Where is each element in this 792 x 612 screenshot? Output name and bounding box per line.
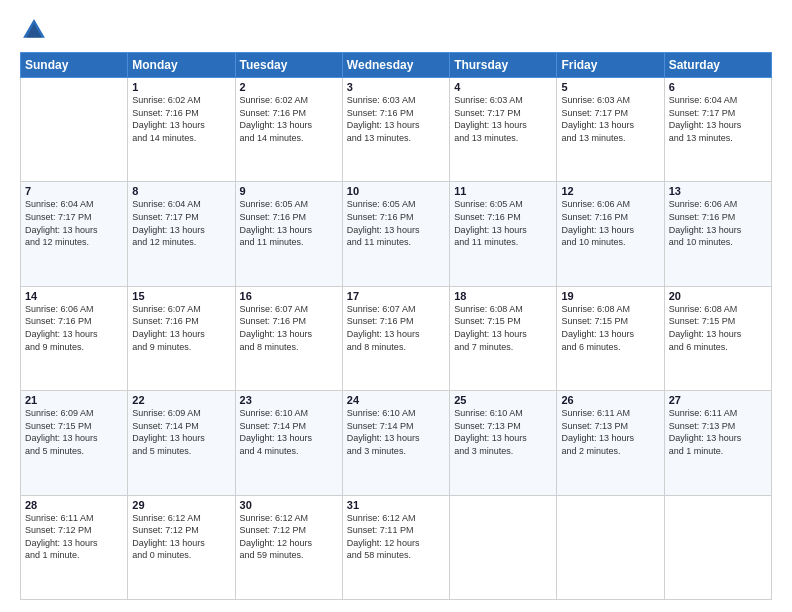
calendar-header-row: SundayMondayTuesdayWednesdayThursdayFrid… [21,53,772,78]
day-number: 15 [132,290,230,302]
calendar-cell: 30Sunrise: 6:12 AM Sunset: 7:12 PM Dayli… [235,495,342,599]
day-info: Sunrise: 6:08 AM Sunset: 7:15 PM Dayligh… [454,303,552,353]
day-number: 21 [25,394,123,406]
calendar-cell: 28Sunrise: 6:11 AM Sunset: 7:12 PM Dayli… [21,495,128,599]
day-number: 19 [561,290,659,302]
day-info: Sunrise: 6:11 AM Sunset: 7:13 PM Dayligh… [669,407,767,457]
calendar-cell: 27Sunrise: 6:11 AM Sunset: 7:13 PM Dayli… [664,391,771,495]
day-info: Sunrise: 6:05 AM Sunset: 7:16 PM Dayligh… [347,198,445,248]
day-info: Sunrise: 6:02 AM Sunset: 7:16 PM Dayligh… [240,94,338,144]
calendar-cell: 14Sunrise: 6:06 AM Sunset: 7:16 PM Dayli… [21,286,128,390]
day-number: 2 [240,81,338,93]
calendar-cell [557,495,664,599]
day-number: 25 [454,394,552,406]
calendar-header-wednesday: Wednesday [342,53,449,78]
calendar-cell: 26Sunrise: 6:11 AM Sunset: 7:13 PM Dayli… [557,391,664,495]
calendar-cell: 11Sunrise: 6:05 AM Sunset: 7:16 PM Dayli… [450,182,557,286]
calendar-header-monday: Monday [128,53,235,78]
day-info: Sunrise: 6:06 AM Sunset: 7:16 PM Dayligh… [25,303,123,353]
day-info: Sunrise: 6:03 AM Sunset: 7:17 PM Dayligh… [454,94,552,144]
day-info: Sunrise: 6:06 AM Sunset: 7:16 PM Dayligh… [669,198,767,248]
day-info: Sunrise: 6:07 AM Sunset: 7:16 PM Dayligh… [240,303,338,353]
calendar-week-row: 7Sunrise: 6:04 AM Sunset: 7:17 PM Daylig… [21,182,772,286]
calendar-cell: 25Sunrise: 6:10 AM Sunset: 7:13 PM Dayli… [450,391,557,495]
day-info: Sunrise: 6:07 AM Sunset: 7:16 PM Dayligh… [132,303,230,353]
day-number: 20 [669,290,767,302]
calendar-week-row: 21Sunrise: 6:09 AM Sunset: 7:15 PM Dayli… [21,391,772,495]
day-number: 27 [669,394,767,406]
day-number: 3 [347,81,445,93]
day-info: Sunrise: 6:12 AM Sunset: 7:12 PM Dayligh… [240,512,338,562]
day-number: 30 [240,499,338,511]
day-number: 5 [561,81,659,93]
day-number: 18 [454,290,552,302]
calendar-cell: 22Sunrise: 6:09 AM Sunset: 7:14 PM Dayli… [128,391,235,495]
day-number: 13 [669,185,767,197]
calendar-cell: 17Sunrise: 6:07 AM Sunset: 7:16 PM Dayli… [342,286,449,390]
day-info: Sunrise: 6:09 AM Sunset: 7:14 PM Dayligh… [132,407,230,457]
calendar-cell: 21Sunrise: 6:09 AM Sunset: 7:15 PM Dayli… [21,391,128,495]
day-number: 12 [561,185,659,197]
day-info: Sunrise: 6:04 AM Sunset: 7:17 PM Dayligh… [669,94,767,144]
calendar-cell: 8Sunrise: 6:04 AM Sunset: 7:17 PM Daylig… [128,182,235,286]
calendar-cell: 9Sunrise: 6:05 AM Sunset: 7:16 PM Daylig… [235,182,342,286]
day-number: 23 [240,394,338,406]
calendar-cell: 6Sunrise: 6:04 AM Sunset: 7:17 PM Daylig… [664,78,771,182]
day-info: Sunrise: 6:02 AM Sunset: 7:16 PM Dayligh… [132,94,230,144]
day-info: Sunrise: 6:08 AM Sunset: 7:15 PM Dayligh… [669,303,767,353]
day-info: Sunrise: 6:06 AM Sunset: 7:16 PM Dayligh… [561,198,659,248]
day-info: Sunrise: 6:08 AM Sunset: 7:15 PM Dayligh… [561,303,659,353]
day-number: 24 [347,394,445,406]
day-number: 7 [25,185,123,197]
calendar-cell: 4Sunrise: 6:03 AM Sunset: 7:17 PM Daylig… [450,78,557,182]
calendar-cell: 5Sunrise: 6:03 AM Sunset: 7:17 PM Daylig… [557,78,664,182]
calendar-cell [664,495,771,599]
day-info: Sunrise: 6:03 AM Sunset: 7:16 PM Dayligh… [347,94,445,144]
calendar-cell: 2Sunrise: 6:02 AM Sunset: 7:16 PM Daylig… [235,78,342,182]
calendar-cell: 10Sunrise: 6:05 AM Sunset: 7:16 PM Dayli… [342,182,449,286]
logo [20,16,52,44]
day-info: Sunrise: 6:05 AM Sunset: 7:16 PM Dayligh… [240,198,338,248]
day-number: 1 [132,81,230,93]
day-info: Sunrise: 6:09 AM Sunset: 7:15 PM Dayligh… [25,407,123,457]
calendar-header-friday: Friday [557,53,664,78]
day-info: Sunrise: 6:12 AM Sunset: 7:12 PM Dayligh… [132,512,230,562]
calendar-cell: 20Sunrise: 6:08 AM Sunset: 7:15 PM Dayli… [664,286,771,390]
day-number: 31 [347,499,445,511]
day-number: 29 [132,499,230,511]
day-info: Sunrise: 6:03 AM Sunset: 7:17 PM Dayligh… [561,94,659,144]
day-info: Sunrise: 6:10 AM Sunset: 7:14 PM Dayligh… [347,407,445,457]
day-number: 6 [669,81,767,93]
day-number: 22 [132,394,230,406]
header [20,16,772,44]
day-number: 14 [25,290,123,302]
day-info: Sunrise: 6:11 AM Sunset: 7:12 PM Dayligh… [25,512,123,562]
day-number: 17 [347,290,445,302]
calendar-cell: 13Sunrise: 6:06 AM Sunset: 7:16 PM Dayli… [664,182,771,286]
day-info: Sunrise: 6:04 AM Sunset: 7:17 PM Dayligh… [25,198,123,248]
calendar-cell: 23Sunrise: 6:10 AM Sunset: 7:14 PM Dayli… [235,391,342,495]
calendar-cell: 7Sunrise: 6:04 AM Sunset: 7:17 PM Daylig… [21,182,128,286]
calendar-cell: 1Sunrise: 6:02 AM Sunset: 7:16 PM Daylig… [128,78,235,182]
day-number: 28 [25,499,123,511]
calendar-cell: 3Sunrise: 6:03 AM Sunset: 7:16 PM Daylig… [342,78,449,182]
day-info: Sunrise: 6:04 AM Sunset: 7:17 PM Dayligh… [132,198,230,248]
calendar-cell [21,78,128,182]
day-number: 8 [132,185,230,197]
calendar: SundayMondayTuesdayWednesdayThursdayFrid… [20,52,772,600]
day-info: Sunrise: 6:11 AM Sunset: 7:13 PM Dayligh… [561,407,659,457]
calendar-week-row: 1Sunrise: 6:02 AM Sunset: 7:16 PM Daylig… [21,78,772,182]
day-number: 26 [561,394,659,406]
day-info: Sunrise: 6:10 AM Sunset: 7:13 PM Dayligh… [454,407,552,457]
calendar-header-saturday: Saturday [664,53,771,78]
calendar-header-thursday: Thursday [450,53,557,78]
calendar-cell: 31Sunrise: 6:12 AM Sunset: 7:11 PM Dayli… [342,495,449,599]
day-number: 9 [240,185,338,197]
calendar-cell: 29Sunrise: 6:12 AM Sunset: 7:12 PM Dayli… [128,495,235,599]
calendar-cell: 24Sunrise: 6:10 AM Sunset: 7:14 PM Dayli… [342,391,449,495]
calendar-week-row: 14Sunrise: 6:06 AM Sunset: 7:16 PM Dayli… [21,286,772,390]
calendar-cell [450,495,557,599]
day-number: 16 [240,290,338,302]
calendar-header-sunday: Sunday [21,53,128,78]
calendar-header-tuesday: Tuesday [235,53,342,78]
